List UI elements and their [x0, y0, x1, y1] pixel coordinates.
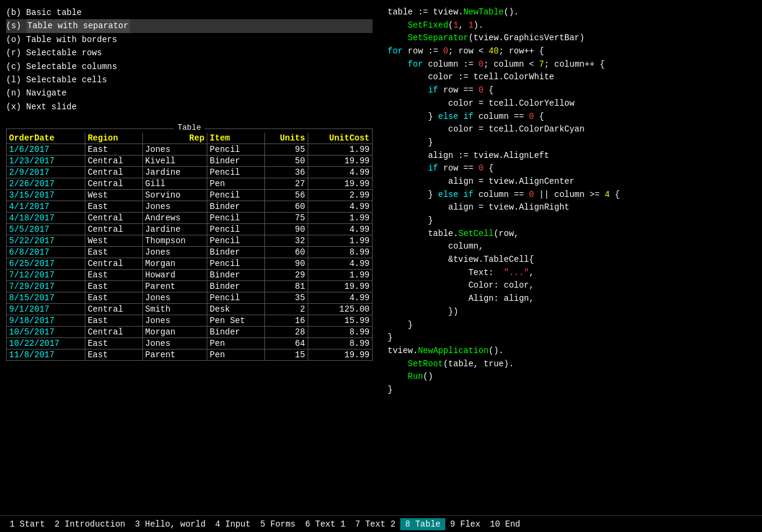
code-line-25: }	[388, 319, 753, 332]
table-row: 1/6/2017EastJonesPencil951.99	[7, 144, 372, 156]
table-cell: 15.99	[308, 315, 372, 327]
table-cell: Pencil	[207, 213, 265, 224]
table-cell: 1.99	[308, 270, 372, 281]
table-cell: 1.99	[308, 235, 372, 247]
table-cell: Pencil	[207, 224, 265, 235]
table-cell: Kivell	[142, 156, 207, 167]
menu-item-separator[interactable]: (s) Table with separator	[6, 19, 373, 32]
table-row: 6/8/2017EastJonesBinder608.99	[7, 247, 372, 258]
table-cell: 2	[264, 304, 308, 315]
table-cell: Pencil	[207, 235, 265, 247]
table-cell: 90	[264, 258, 308, 270]
table-cell: Central	[85, 213, 142, 224]
table-cell: East	[85, 315, 142, 327]
th-orderdate: OrderDate	[7, 133, 85, 144]
tab-2-introduction[interactable]: 2 Introduction	[50, 518, 130, 530]
menu-item-navigate[interactable]: (n) Navigate	[6, 86, 373, 100]
table-cell: East	[85, 247, 142, 258]
table-cell: 95	[264, 144, 308, 156]
table-cell: 19.99	[308, 178, 372, 190]
th-rep: Rep	[142, 133, 207, 144]
table-cell: 29	[264, 270, 308, 281]
table-cell: 27	[264, 178, 308, 190]
table-cell: 1.99	[308, 213, 372, 224]
table-cell: Jones	[142, 144, 207, 156]
menu-item-selectable-cells[interactable]: (l) Selectable cells	[6, 73, 373, 86]
tab-9-flex[interactable]: 9 Flex	[445, 518, 485, 530]
table-cell: Binder	[207, 247, 265, 258]
code-line-17: }	[388, 214, 753, 228]
table-cell: 6/25/2017	[7, 258, 85, 270]
menu-item-selectable-cols[interactable]: (c) Selectable columns	[6, 60, 373, 73]
th-unitcost: UnitCost	[308, 133, 372, 144]
table-cell: 1.99	[308, 144, 372, 156]
tab-7-text2[interactable]: 7 Text 2	[350, 518, 400, 530]
table-cell: Central	[85, 167, 142, 178]
code-block: table := tview.NewTable(). SetFixed(1, 1…	[388, 6, 753, 397]
left-panel: (b) Basic table (s) Table with separator…	[0, 0, 379, 515]
table-cell: Gill	[142, 178, 207, 190]
main-content: (b) Basic table (s) Table with separator…	[0, 0, 762, 515]
code-line-11: }	[388, 136, 753, 150]
table-cell: Desk	[207, 304, 265, 315]
table-row: 7/29/2017EastParentBinder8119.99	[7, 281, 372, 292]
table-cell: Smith	[142, 304, 207, 315]
table-cell: Central	[85, 327, 142, 338]
th-region: Region	[85, 133, 142, 144]
table-row: 5/22/2017WestThompsonPencil321.99	[7, 235, 372, 247]
table-row: 3/15/2017WestSorvinoPencil562.99	[7, 190, 372, 201]
table-cell: Pen	[207, 349, 265, 361]
table-cell: 60	[264, 247, 308, 258]
table-cell: Binder	[207, 270, 265, 281]
menu-item-next-slide[interactable]: (x) Next slide	[6, 100, 373, 113]
table-cell: Jones	[142, 315, 207, 327]
table-cell: 11/8/2017	[7, 349, 85, 361]
table-cell: 56	[264, 190, 308, 201]
table-cell: 9/1/2017	[7, 304, 85, 315]
table-cell: 19.99	[308, 349, 372, 361]
table-cell: 7/29/2017	[7, 281, 85, 292]
table-row: 7/12/2017EastHowardBinder291.99	[7, 270, 372, 281]
table-cell: 8/15/2017	[7, 292, 85, 304]
tab-4-input[interactable]: 4 Input	[210, 518, 255, 530]
tab-10-end[interactable]: 10 End	[485, 518, 525, 530]
code-line-9: } else if column == 0 {	[388, 110, 753, 124]
table-cell: 1/23/2017	[7, 156, 85, 167]
table-cell: Morgan	[142, 258, 207, 270]
table-cell: Jardine	[142, 224, 207, 235]
table-cell: Howard	[142, 270, 207, 281]
code-line-22: Color: color,	[388, 279, 753, 292]
table-header-row: OrderDate Region Rep Item Units UnitCost	[7, 133, 372, 144]
menu-item-basic-table[interactable]: (b) Basic table	[6, 6, 373, 19]
table-row: 1/23/2017CentralKivellBinder5019.99	[7, 156, 372, 167]
table-row: 10/22/2017EastJonesPen648.99	[7, 338, 372, 349]
table-cell: 36	[264, 167, 308, 178]
table-row: 8/15/2017EastJonesPencil354.99	[7, 292, 372, 304]
table-cell: 90	[264, 224, 308, 235]
tab-5-forms[interactable]: 5 Forms	[255, 518, 300, 530]
code-line-20: &tview.TableCell{	[388, 253, 753, 267]
tab-1-start[interactable]: 1 Start	[5, 518, 50, 530]
code-line-13: if row == 0 {	[388, 162, 753, 175]
table-row: 10/5/2017CentralMorganBinder288.99	[7, 327, 372, 338]
table-cell: Pen	[207, 178, 265, 190]
table-row: 11/8/2017EastParentPen1519.99	[7, 349, 372, 361]
table-cell: East	[85, 338, 142, 349]
table-cell: 5/22/2017	[7, 235, 85, 247]
table-cell: Sorvino	[142, 190, 207, 201]
tab-6-text1[interactable]: 6 Text 1	[300, 518, 350, 530]
table-row: 9/18/2017EastJonesPen Set1615.99	[7, 315, 372, 327]
code-line-6: color := tcell.ColorWhite	[388, 71, 753, 84]
table-cell: East	[85, 270, 142, 281]
table-cell: 2/9/2017	[7, 167, 85, 178]
tab-3-hello-world[interactable]: 3 Hello, world	[130, 518, 210, 530]
tab-8-table[interactable]: 8 Table	[400, 518, 445, 530]
menu-item-borders[interactable]: (o) Table with borders	[6, 33, 373, 46]
table-cell: 125.00	[308, 304, 372, 315]
code-line-1: table := tview.NewTable().	[388, 6, 753, 19]
code-line-26: }	[388, 331, 753, 345]
menu-item-selectable-rows[interactable]: (r) Selectable rows	[6, 46, 373, 59]
table-cell: 9/18/2017	[7, 315, 85, 327]
code-line-14: align = tview.AlignCenter	[388, 175, 753, 189]
table-cell: Binder	[207, 201, 265, 213]
